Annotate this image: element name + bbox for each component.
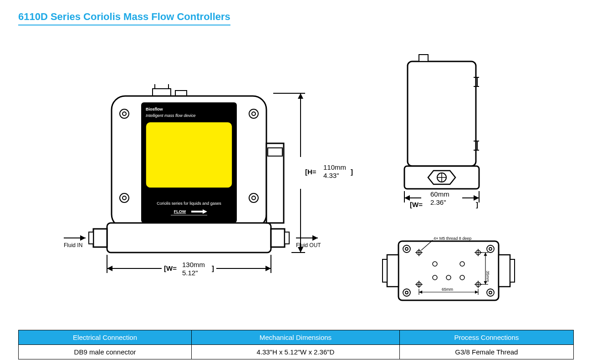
svg-rect-17 — [93, 229, 107, 247]
page-title: 6110D Series Coriolis Mass Flow Controll… — [18, 11, 230, 25]
diagram-area: Biosflow Intelligent mass flow device Co… — [18, 46, 574, 314]
h-suffix-front: ] — [351, 168, 353, 176]
bottom-view: 4× M5 thread 8 deep 65mm 35mm — [373, 228, 524, 314]
fluid-out-label: Fluid OUT — [296, 242, 321, 248]
svg-rect-22 — [268, 148, 282, 156]
w-suffix-front: ] — [212, 264, 214, 272]
tagline-text: Intelligent mass flow device — [146, 113, 196, 118]
svg-rect-52 — [383, 259, 387, 282]
svg-rect-34 — [419, 55, 428, 61]
side-w-mm: 60mm — [430, 190, 449, 198]
td-mechanical: 4.33"H x 5.12"W x 2.36"D — [192, 345, 400, 359]
svg-rect-19 — [271, 229, 285, 247]
spec-table: Electrical Connection Mechanical Dimensi… — [18, 330, 574, 359]
th-process: Process Connections — [399, 330, 573, 345]
dim-35: 35mm — [485, 271, 490, 282]
front-view: Biosflow Intelligent mass flow device Co… — [64, 52, 355, 293]
h-prefix-front: [H= — [305, 168, 316, 176]
series-text: Coriolis series for liquids and gases — [157, 201, 221, 206]
w-prefix-front: [W= — [164, 264, 177, 272]
svg-rect-18 — [89, 232, 93, 244]
side-w-prefix: [W= — [410, 201, 423, 208]
svg-rect-53 — [499, 255, 510, 287]
side-w-suffix: ] — [476, 201, 478, 208]
fluid-in-label: Fluid IN — [64, 242, 82, 248]
th-mechanical: Mechanical Dimensions — [192, 330, 400, 345]
w-in-front: 5.12" — [182, 269, 198, 277]
svg-rect-16 — [107, 223, 271, 253]
h-in-front: 4.33" — [323, 172, 339, 179]
side-view: [W= 60mm 2.36" ] — [383, 50, 510, 214]
w-mm-front: 130mm — [182, 261, 205, 268]
flow-text: FLOW — [174, 209, 186, 214]
thread-note: 4× M5 thread 8 deep — [434, 236, 471, 241]
svg-rect-20 — [285, 232, 289, 244]
side-w-in: 2.36" — [430, 198, 446, 206]
svg-rect-51 — [387, 255, 398, 287]
td-process: G3/8 Female Thread — [399, 345, 573, 359]
td-electrical: DB9 male connector — [19, 345, 192, 359]
dim-65: 65mm — [442, 287, 453, 292]
svg-rect-54 — [510, 259, 515, 282]
svg-rect-33 — [408, 61, 476, 166]
svg-rect-0 — [153, 89, 171, 96]
brand-text: Biosflow — [146, 107, 163, 111]
svg-rect-6 — [146, 122, 232, 188]
svg-rect-1 — [175, 91, 187, 96]
h-mm-front: 110mm — [323, 163, 346, 171]
th-electrical: Electrical Connection — [19, 330, 192, 345]
